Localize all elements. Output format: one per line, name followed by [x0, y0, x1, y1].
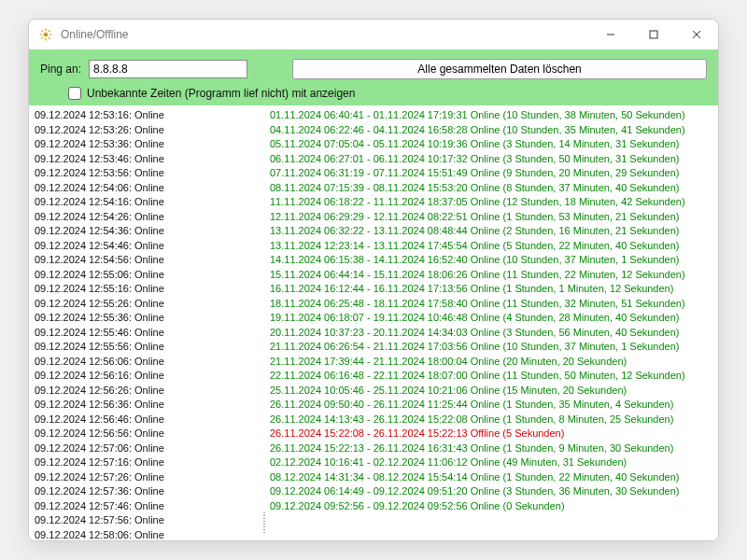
ping-log-entry[interactable]: 09.12.2024 12:54:46: Online: [35, 239, 262, 254]
session-entry-online[interactable]: 21.11.2024 06:26:54 - 21.11.2024 17:03:5…: [270, 340, 712, 355]
ping-log-entry[interactable]: 09.12.2024 12:55:06: Online: [35, 268, 262, 283]
ping-log-entry[interactable]: 09.12.2024 12:55:56: Online: [35, 340, 262, 355]
svg-line-7: [41, 37, 43, 39]
session-entry-online[interactable]: 21.11.2024 17:39:44 - 21.11.2024 18:00:0…: [270, 355, 712, 370]
session-entry-online[interactable]: 06.11.2024 06:27:01 - 06.11.2024 10:17:3…: [270, 152, 712, 167]
ping-log-entry[interactable]: 09.12.2024 12:57:36: Online: [35, 484, 262, 499]
ping-log-entry[interactable]: 09.12.2024 12:57:26: Online: [35, 470, 262, 485]
show-unknown-times-checkbox[interactable]: [68, 87, 81, 100]
ping-log-entry[interactable]: 09.12.2024 12:58:06: Online: [35, 528, 262, 541]
ping-log-entry[interactable]: 09.12.2024 12:57:16: Online: [35, 455, 262, 470]
ping-log-entry[interactable]: 09.12.2024 12:57:56: Online: [35, 513, 262, 528]
ping-log-entry[interactable]: 09.12.2024 12:56:36: Online: [35, 398, 262, 413]
session-entry-online[interactable]: 12.11.2024 06:29:29 - 12.11.2024 08:22:5…: [270, 210, 712, 225]
session-entry-online[interactable]: 14.11.2024 06:15:38 - 14.11.2024 16:52:4…: [270, 253, 712, 268]
ping-log-entry[interactable]: 09.12.2024 12:55:36: Online: [35, 311, 262, 326]
content-area: 09.12.2024 12:53:16: Online09.12.2024 12…: [29, 105, 718, 540]
show-unknown-times-label: Unbekannte Zeiten (Programm lief nicht) …: [87, 87, 355, 100]
session-entry-online[interactable]: 01.11.2024 06:40:41 - 01.11.2024 17:19:3…: [270, 108, 712, 123]
ping-log-entry[interactable]: 09.12.2024 12:56:46: Online: [35, 413, 262, 427]
close-icon: [692, 30, 701, 39]
ping-log-entry[interactable]: 09.12.2024 12:54:26: Online: [35, 210, 262, 225]
ping-log-entry[interactable]: 09.12.2024 12:53:16: Online: [35, 108, 262, 123]
ping-log-entry[interactable]: 09.12.2024 12:55:26: Online: [35, 297, 262, 312]
maximize-icon: [649, 30, 658, 39]
ping-log-entry[interactable]: 09.12.2024 12:57:06: Online: [35, 441, 262, 456]
session-entry-online[interactable]: 13.11.2024 12:23:14 - 13.11.2024 17:45:5…: [270, 239, 712, 254]
ping-log-entry[interactable]: 09.12.2024 12:53:56: Online: [35, 166, 262, 181]
session-entry-online[interactable]: 02.12.2024 10:16:41 - 02.12.2024 11:06:1…: [270, 455, 712, 470]
svg-line-5: [41, 30, 43, 32]
session-entry-online[interactable]: 25.11.2024 10:05:46 - 25.11.2024 10:21:0…: [270, 384, 712, 399]
ping-log-entry[interactable]: 09.12.2024 12:53:36: Online: [35, 137, 262, 152]
session-entry-online[interactable]: 04.11.2024 06:22:46 - 04.11.2024 16:58:2…: [270, 123, 712, 138]
clear-data-button[interactable]: Alle gesammelten Daten löschen: [292, 59, 707, 79]
session-entry-online[interactable]: 09.12.2024 09:52:56 - 09.12.2024 09:52:5…: [270, 499, 712, 514]
app-icon: [38, 27, 53, 42]
session-entry-online[interactable]: 19.11.2024 06:18:07 - 19.11.2024 10:46:4…: [270, 311, 712, 326]
window-title: Online/Offline: [61, 28, 589, 41]
session-entry-online[interactable]: 26.11.2024 14:13:43 - 26.11.2024 15:22:0…: [270, 413, 712, 427]
session-entry-online[interactable]: 05.11.2024 07:05:04 - 05.11.2024 10:19:3…: [270, 137, 712, 152]
application-window: Online/Offline Ping an: Alle gesammelten…: [28, 19, 719, 541]
ping-log-entry[interactable]: 09.12.2024 12:57:46: Online: [35, 499, 262, 514]
svg-point-0: [44, 33, 49, 37]
ping-log-entry[interactable]: 09.12.2024 12:56:06: Online: [35, 355, 262, 370]
titlebar: Online/Offline: [29, 20, 718, 49]
ping-log-list[interactable]: 09.12.2024 12:53:16: Online09.12.2024 12…: [29, 105, 262, 540]
ping-log-entry[interactable]: 09.12.2024 12:55:46: Online: [35, 326, 262, 341]
svg-rect-10: [650, 31, 657, 38]
session-entry-online[interactable]: 20.11.2024 10:37:23 - 20.11.2024 14:34:0…: [270, 326, 712, 341]
session-entry-online[interactable]: 11.11.2024 06:18:22 - 11.11.2024 18:37:0…: [270, 195, 712, 210]
session-entry-online[interactable]: 15.11.2024 06:44:14 - 15.11.2024 18:06:2…: [270, 268, 712, 283]
toolbar: Ping an: Alle gesammelten Daten löschen …: [29, 49, 718, 105]
ping-log-entry[interactable]: 09.12.2024 12:56:56: Online: [35, 427, 262, 441]
session-entry-online[interactable]: 22.11.2024 06:16:48 - 22.11.2024 18:07:0…: [270, 369, 712, 384]
session-entry-offline[interactable]: 26.11.2024 15:22:08 - 26.11.2024 15:22:1…: [270, 427, 712, 441]
session-entry-online[interactable]: 08.12.2024 14:31:34 - 08.12.2024 15:54:1…: [270, 470, 712, 485]
toolbar-row-main: Ping an: Alle gesammelten Daten löschen: [40, 59, 707, 79]
minimize-icon: [606, 30, 615, 39]
ping-log-entry[interactable]: 09.12.2024 12:56:26: Online: [35, 384, 262, 399]
splitter[interactable]: [262, 105, 266, 540]
svg-line-8: [49, 30, 50, 32]
ping-log-entry[interactable]: 09.12.2024 12:55:16: Online: [35, 282, 262, 297]
ping-log-entry[interactable]: 09.12.2024 12:54:56: Online: [35, 253, 262, 268]
session-entry-online[interactable]: 07.11.2024 06:31:19 - 07.11.2024 15:51:4…: [270, 166, 712, 181]
session-entry-online[interactable]: 13.11.2024 06:32:22 - 13.11.2024 08:48:4…: [270, 224, 712, 239]
svg-line-6: [49, 37, 50, 39]
minimize-button[interactable]: [589, 20, 632, 49]
session-log-list[interactable]: 01.11.2024 06:40:41 - 01.11.2024 17:19:3…: [266, 105, 718, 540]
ping-log-entry[interactable]: 09.12.2024 12:53:26: Online: [35, 123, 262, 138]
ping-input[interactable]: [89, 60, 247, 78]
ping-log-entry[interactable]: 09.12.2024 12:54:16: Online: [35, 195, 262, 210]
window-controls: [589, 20, 718, 49]
ping-log-entry[interactable]: 09.12.2024 12:53:46: Online: [35, 152, 262, 167]
ping-log-entry[interactable]: 09.12.2024 12:56:16: Online: [35, 369, 262, 384]
ping-label: Ping an:: [40, 63, 81, 76]
session-entry-online[interactable]: 16.11.2024 16:12:44 - 16.11.2024 17:13:5…: [270, 282, 712, 297]
close-button[interactable]: [675, 20, 718, 49]
ping-log-entry[interactable]: 09.12.2024 12:54:06: Online: [35, 181, 262, 196]
session-entry-online[interactable]: 26.11.2024 09:50:40 - 26.11.2024 11:25:4…: [270, 398, 712, 413]
toolbar-row-options: Unbekannte Zeiten (Programm lief nicht) …: [40, 87, 707, 100]
session-entry-online[interactable]: 26.11.2024 15:22:13 - 26.11.2024 16:31:4…: [270, 441, 712, 456]
session-entry-online[interactable]: 09.12.2024 06:14:49 - 09.12.2024 09:51:2…: [270, 484, 712, 499]
session-entry-online[interactable]: 18.11.2024 06:25:48 - 18.11.2024 17:58:4…: [270, 297, 712, 312]
ping-log-entry[interactable]: 09.12.2024 12:54:36: Online: [35, 224, 262, 239]
maximize-button[interactable]: [632, 20, 675, 49]
session-entry-online[interactable]: 08.11.2024 07:15:39 - 08.11.2024 15:53:2…: [270, 181, 712, 196]
